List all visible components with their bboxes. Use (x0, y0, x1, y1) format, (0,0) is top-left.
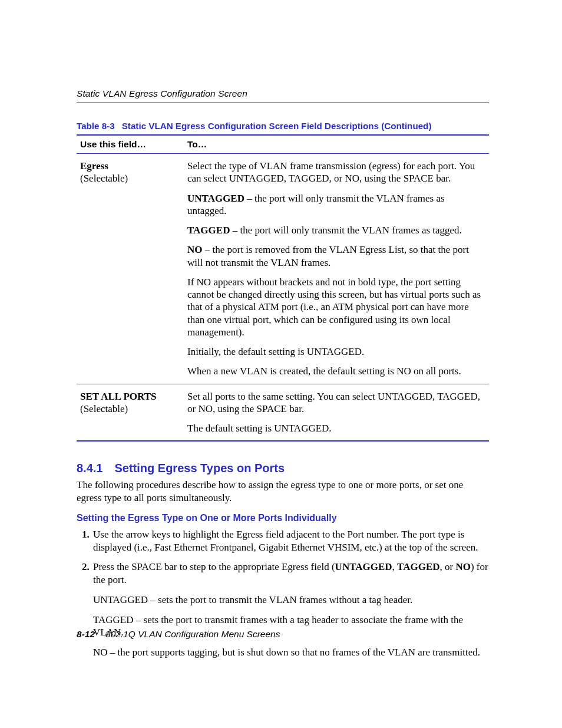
step-sub: UNTAGGED – sets the port to transmit the… (93, 594, 489, 607)
chapter-title: 802.1Q VLAN Configuration Menu Screens (105, 629, 280, 639)
subsection-heading: Setting the Egress Type on One or More P… (77, 513, 489, 523)
field-desc-cell: Set all ports to the same setting. You c… (184, 384, 489, 441)
page-number: 8-12 (77, 629, 95, 639)
section-number: 8.4.1 (77, 462, 103, 475)
term-rest: – the port will only transmit the VLAN f… (230, 225, 461, 236)
desc-para: Set all ports to the same setting. You c… (187, 390, 485, 416)
table-caption: Table 8-3Static VLAN Egress Configuratio… (77, 121, 489, 131)
step-text: Press the SPACE bar to step to the appro… (93, 561, 488, 585)
field-name-bold: SET ALL PORTS (80, 391, 156, 402)
step-sep: , (392, 561, 398, 572)
document-page: Static VLAN Egress Configuration Screen … (0, 0, 562, 728)
table-title: Static VLAN Egress Configuration Screen … (122, 121, 432, 131)
step-pre: Press the SPACE bar to step to the appro… (93, 561, 335, 572)
desc-para: NO – the port is removed from the VLAN E… (187, 243, 485, 269)
term-bold: TAGGED (187, 225, 230, 236)
desc-para: If NO appears without brackets and not i… (187, 276, 485, 338)
field-name-cell: SET ALL PORTS (Selectable) (77, 384, 184, 441)
desc-para: UNTAGGED – the port will only transmit t… (187, 192, 485, 218)
desc-para: Select the type of VLAN frame transmissi… (187, 160, 485, 185)
field-name-sub: (Selectable) (80, 173, 128, 184)
procedure-step: Use the arrow keys to highlight the Egre… (92, 528, 489, 554)
field-descriptions-table: Use this field… To… Egress (Selectable) … (77, 134, 489, 442)
section-title: Setting Egress Types on Ports (114, 462, 285, 475)
desc-para: TAGGED – the port will only transmit the… (187, 224, 485, 236)
term-rest: – the port is removed from the VLAN Egre… (187, 244, 469, 268)
table-header-row: Use this field… To… (77, 135, 489, 154)
table-header-usefield: Use this field… (77, 135, 184, 154)
section-intro: The following procedures describe how to… (77, 479, 489, 505)
step-bold: TAGGED (397, 561, 439, 572)
step-sep: , or (440, 561, 456, 572)
table-row: Egress (Selectable) Select the type of V… (77, 154, 489, 384)
term-bold: UNTAGGED (187, 193, 244, 204)
desc-para: When a new VLAN is created, the default … (187, 365, 485, 377)
step-bold: NO (455, 561, 471, 572)
running-header: Static VLAN Egress Configuration Screen (77, 88, 489, 103)
field-name-cell: Egress (Selectable) (77, 154, 184, 384)
field-name-sub: (Selectable) (80, 403, 128, 414)
field-name-bold: Egress (80, 160, 108, 172)
step-bold: UNTAGGED (335, 561, 392, 572)
term-bold: NO (187, 244, 203, 255)
table-header-to: To… (184, 135, 489, 154)
step-sub: NO – the port supports tagging, but is s… (93, 646, 489, 659)
page-footer: 8-12802.1Q VLAN Configuration Menu Scree… (77, 629, 489, 640)
table-label: Table 8-3 (77, 121, 115, 131)
field-desc-cell: Select the type of VLAN frame transmissi… (184, 154, 489, 384)
desc-para: Initially, the default setting is UNTAGG… (187, 345, 485, 358)
step-text: Use the arrow keys to highlight the Egre… (93, 529, 478, 553)
section-heading: 8.4.1Setting Egress Types on Ports (77, 462, 489, 475)
procedure-step: Press the SPACE bar to step to the appro… (92, 561, 489, 659)
desc-para: The default setting is UNTAGGED. (187, 422, 485, 434)
table-row: SET ALL PORTS (Selectable) Set all ports… (77, 384, 489, 441)
